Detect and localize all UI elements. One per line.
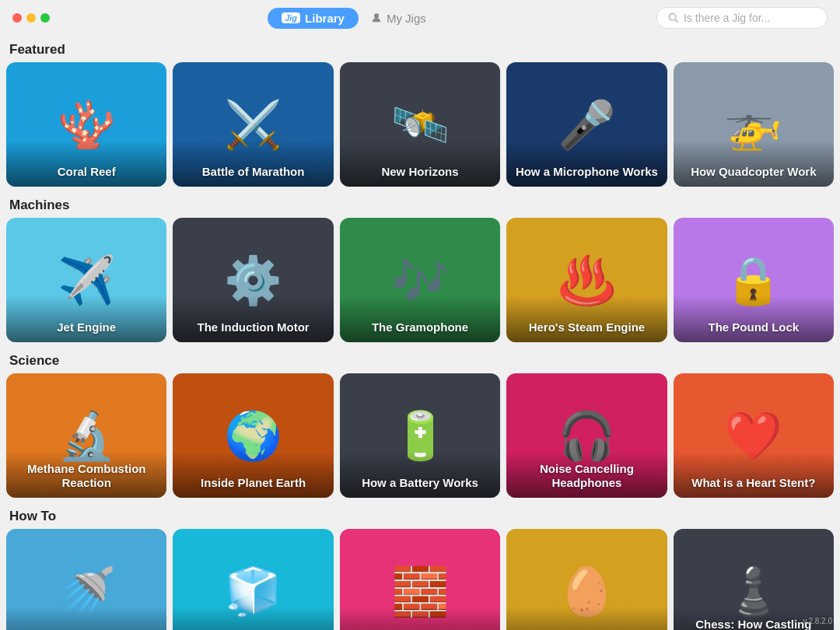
card-howto-4[interactable]: ♟️Chess: How Castling Works (674, 529, 834, 630)
svg-point-0 (374, 13, 379, 18)
card-label-featured-4: How Quadcopter Work (674, 157, 834, 187)
card-label-howto-2: How to Repair a Dry Wall (340, 624, 500, 630)
card-machines-4[interactable]: 🔒The Pound Lock (674, 218, 834, 342)
nav-tabs: Jig Library My Jigs (268, 8, 439, 29)
card-howto-3[interactable]: 🥚How to Pick a Bad Egg (506, 529, 667, 630)
card-label-featured-0: Coral Reef (6, 157, 166, 187)
card-label-machines-0: Jet Engine (6, 313, 166, 342)
section-title-featured: Featured (6, 36, 834, 62)
card-featured-0[interactable]: 🪸Coral Reef (6, 62, 166, 187)
card-label-howto-0: Fix a Leaky Tap (6, 624, 166, 630)
card-featured-4[interactable]: 🚁How Quadcopter Work (674, 62, 834, 187)
tab-myjigs-label: My Jigs (387, 12, 426, 25)
version-badge: v.2.8.2.0 (803, 617, 832, 625)
card-label-science-4: What is a Heart Stent? (674, 468, 834, 498)
card-label-science-1: Inside Planet Earth (173, 468, 333, 498)
card-science-1[interactable]: 🌍Inside Planet Earth (173, 373, 333, 498)
card-machines-0[interactable]: ✈️Jet Engine (6, 218, 166, 342)
card-label-science-2: How a Battery Works (340, 468, 500, 498)
section-row-science: 🔬Methane Combustion Reaction🌍Inside Plan… (6, 373, 834, 498)
user-icon (371, 12, 382, 23)
tab-myjigs[interactable]: My Jigs (359, 8, 439, 29)
card-label-howto-1: Fridge Maintenance (173, 624, 333, 630)
svg-point-1 (669, 13, 676, 20)
card-featured-2[interactable]: 🛰️New Horizons (340, 62, 500, 187)
card-label-machines-2: The Gramophone (340, 313, 500, 342)
close-button[interactable] (12, 13, 22, 23)
card-howto-0[interactable]: 🚿Fix a Leaky Tap (6, 529, 166, 630)
section-row-howto: 🚿Fix a Leaky Tap🧊Fridge Maintenance🧱How … (6, 529, 834, 630)
card-label-featured-3: How a Microphone Works (506, 157, 667, 187)
tab-library[interactable]: Jig Library (268, 8, 359, 29)
card-label-howto-3: How to Pick a Bad Egg (506, 624, 667, 630)
topbar: Jig Library My Jigs Is there a Jig for..… (0, 0, 840, 36)
tab-library-label: Library (305, 12, 345, 25)
search-bar[interactable]: Is there a Jig for... (656, 7, 828, 29)
card-featured-1[interactable]: ⚔️Battle of Marathon (173, 62, 333, 187)
card-science-4[interactable]: ❤️What is a Heart Stent? (674, 373, 834, 498)
card-science-2[interactable]: 🔋How a Battery Works (340, 373, 500, 498)
minimize-button[interactable] (26, 13, 36, 23)
card-label-machines-3: Hero's Steam Engine (506, 313, 667, 342)
search-icon (668, 12, 679, 23)
card-label-science-3: Noise Cancelling Headphones (506, 454, 667, 498)
card-machines-1[interactable]: ⚙️The Induction Motor (173, 218, 333, 342)
card-machines-2[interactable]: 🎶The Gramophone (340, 218, 500, 342)
search-input[interactable]: Is there a Jig for... (684, 12, 770, 24)
section-title-machines: Machines (6, 191, 834, 218)
section-row-featured: 🪸Coral Reef⚔️Battle of Marathon🛰️New Hor… (6, 62, 834, 187)
maximize-button[interactable] (40, 13, 50, 23)
card-machines-3[interactable]: ♨️Hero's Steam Engine (506, 218, 667, 342)
section-title-science: Science (6, 347, 834, 373)
card-label-featured-1: Battle of Marathon (173, 157, 333, 187)
section-title-howto: How To (6, 502, 834, 529)
section-row-machines: ✈️Jet Engine⚙️The Induction Motor🎶The Gr… (6, 218, 834, 342)
window-controls (12, 13, 50, 23)
card-howto-1[interactable]: 🧊Fridge Maintenance (173, 529, 333, 630)
card-label-machines-4: The Pound Lock (674, 313, 834, 342)
jig-logo-icon: Jig (282, 12, 300, 23)
card-featured-3[interactable]: 🎤How a Microphone Works (506, 62, 667, 187)
card-howto-2[interactable]: 🧱How to Repair a Dry Wall (340, 529, 500, 630)
svg-line-2 (675, 19, 678, 23)
card-label-machines-1: The Induction Motor (173, 313, 333, 342)
card-science-0[interactable]: 🔬Methane Combustion Reaction (6, 373, 166, 498)
card-science-3[interactable]: 🎧Noise Cancelling Headphones (506, 373, 667, 498)
card-label-science-0: Methane Combustion Reaction (6, 454, 166, 498)
content-area: Featured🪸Coral Reef⚔️Battle of Marathon🛰… (0, 36, 840, 630)
card-label-featured-2: New Horizons (340, 157, 500, 187)
